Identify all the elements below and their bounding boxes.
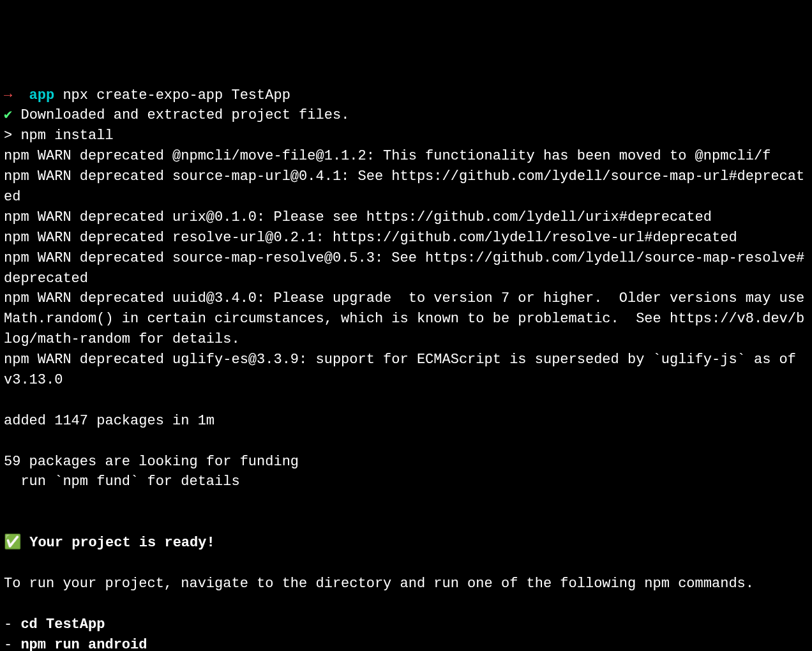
npm-warning: npm WARN deprecated uuid@3.4.0: Please u… [4, 288, 808, 350]
prompt-directory: app [29, 87, 55, 103]
npm-warning: npm WARN deprecated resolve-url@0.2.1: h… [4, 228, 808, 248]
prompt-arrow-icon: → [4, 87, 12, 103]
npm-warning: npm WARN deprecated source-map-resolve@0… [4, 248, 808, 289]
run-instructions: To run your project, navigate to the dir… [4, 574, 808, 594]
npm-warning: npm WARN deprecated @npmcli/move-file@1.… [4, 146, 808, 167]
blank-line [4, 553, 808, 574]
blank-line [4, 513, 808, 533]
ready-text: Your project is ready! [29, 535, 214, 551]
command-text: npx create-expo-app TestApp [63, 87, 290, 103]
prompt-line[interactable]: → app npx create-expo-app TestApp [4, 86, 808, 106]
command-android: npm run android [20, 637, 147, 651]
npm-install-line: > npm install [4, 126, 808, 146]
npm-warning: npm WARN deprecated urix@0.1.0: Please s… [4, 207, 808, 228]
download-text: Downloaded and extracted project files. [20, 107, 349, 123]
added-packages-line: added 1147 packages in 1m [4, 411, 808, 431]
checkmark-icon: ✔ [4, 107, 12, 123]
download-status-line: ✔ Downloaded and extracted project files… [4, 105, 808, 126]
blank-line [4, 391, 808, 411]
funding-line: run `npm fund` for details [4, 472, 808, 492]
npm-warning: npm WARN deprecated uglify-es@3.3.9: sup… [4, 350, 808, 391]
command-cd: cd TestApp [20, 617, 105, 632]
blank-line [4, 492, 808, 513]
blank-line [4, 431, 808, 452]
command-item: - npm run android [4, 635, 808, 651]
funding-line: 59 packages are looking for funding [4, 452, 808, 472]
command-item: - cd TestApp [4, 615, 808, 635]
npm-warning: npm WARN deprecated source-map-url@0.4.1… [4, 167, 808, 207]
ready-status-line: ✅ Your project is ready! [4, 533, 808, 553]
check-box-icon: ✅ [4, 533, 21, 553]
blank-line [4, 594, 808, 615]
